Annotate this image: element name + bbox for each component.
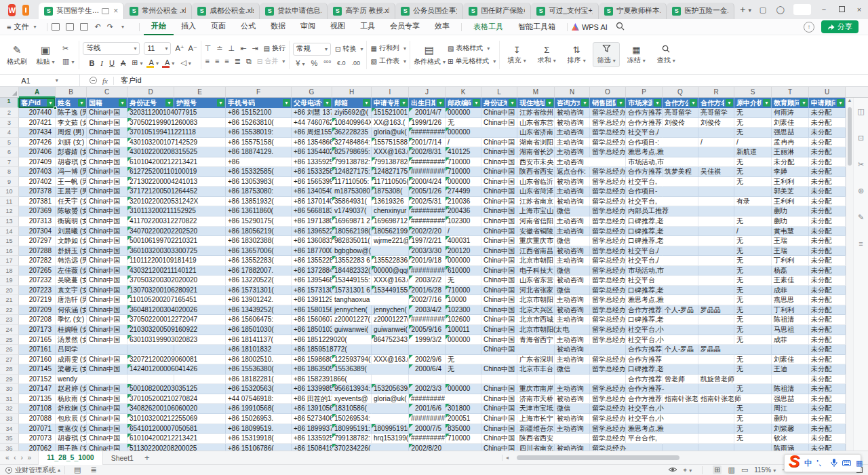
cell-Q11[interactable]	[663, 197, 698, 207]
cell-D17[interactable]: 110112200109181419	[127, 256, 174, 266]
wrap-text-button[interactable]: ▤ 换行	[264, 43, 285, 53]
tab-3[interactable]: 公式	[233, 18, 263, 35]
cell-A3[interactable]: 207421	[19, 118, 56, 128]
cell-K29[interactable]	[446, 375, 481, 385]
cell-F32[interactable]: +86 19910568(	[226, 404, 292, 414]
cell-G22[interactable]: +86 1580156591(	[292, 305, 332, 316]
cell-Q8[interactable]: 筑梦美程	[663, 167, 698, 177]
cell-C30[interactable]: China中国	[87, 384, 127, 394]
cell-M35[interactable]: 陕西省西安	[517, 434, 555, 444]
cell-R16[interactable]	[698, 246, 734, 256]
cell-D9[interactable]: 271302200004241013	[127, 177, 174, 187]
filter-dropdown-icon[interactable]: ▼	[363, 99, 370, 107]
cell-Q3[interactable]: 刘俊伶	[663, 118, 698, 128]
header-cell-R1[interactable]: 合作方名称▼	[698, 98, 734, 108]
cell-F14[interactable]: +86 18056219(	[226, 227, 292, 237]
align-bottom-icon[interactable]: ⊥	[229, 44, 235, 53]
cell-M3[interactable]: 山东省东营	[517, 118, 555, 128]
filter-dropdown-icon[interactable]: ▼	[323, 99, 331, 107]
cell-T29[interactable]	[772, 375, 809, 385]
cell-B24[interactable]: 桂婉唯 (女	[56, 325, 87, 335]
filter-dropdown-icon[interactable]: ▼	[546, 99, 553, 107]
cell-P35[interactable]: 平台合作,	[626, 434, 663, 444]
cell-D24[interactable]: 210303200509160922	[127, 325, 174, 335]
side-panel-icon-2[interactable]: ⊡	[858, 134, 864, 142]
cell-A36[interactable]: 207062	[19, 444, 56, 451]
indent-decrease-icon[interactable]: ⇤	[240, 44, 246, 53]
cell-G14[interactable]: +86 1396522100(	[292, 227, 332, 237]
cell-T8[interactable]: 李婵	[772, 167, 809, 177]
header-cell-J1[interactable]: 出生日期▼	[409, 98, 446, 108]
header-cell-T1[interactable]: 教育顾问▼	[772, 98, 809, 108]
fill-color-icon[interactable]: A▾	[149, 58, 159, 68]
cell-Q24[interactable]	[663, 325, 698, 335]
zoom-level[interactable]: 115%▾	[754, 466, 776, 474]
cell-H23[interactable]: z20001227(	[332, 315, 372, 325]
cell-I7[interactable]: 799138782(	[372, 157, 409, 168]
cell-I27[interactable]: XXX@163.(	[372, 355, 409, 365]
font-color-icon[interactable]: A▾	[165, 58, 174, 68]
cell-A13[interactable]: 207313	[19, 216, 56, 227]
document-tab[interactable]: S常州公积金 .xlsx	[124, 3, 192, 19]
cell-F13[interactable]: +86 15290175(	[226, 216, 292, 227]
cell-H15[interactable]: 982835011(	[332, 236, 372, 246]
cell-P31[interactable]: 合作方推荐	[626, 394, 663, 404]
cell-J36[interactable]: 2002/8/20	[409, 444, 446, 451]
row-number-15[interactable]: 15	[0, 236, 19, 246]
cell-G18[interactable]: +86 1372884680(	[292, 266, 332, 276]
cell-T34[interactable]: 刘紫馨	[772, 424, 809, 434]
header-cell-H1[interactable]: 邮箱▼	[332, 98, 372, 108]
cell-U10[interactable]: 未分配	[809, 187, 846, 197]
cell-C4[interactable]: China中国	[87, 128, 127, 138]
row-number-5[interactable]: 5	[0, 138, 19, 148]
cell-A34[interactable]: 207071	[19, 424, 56, 434]
cell-H24[interactable]: guiwanwei(	[332, 325, 372, 335]
cell-M11[interactable]: 江苏省南京	[517, 197, 555, 207]
cell-H21[interactable]: tanghaoxua	[332, 295, 372, 305]
cell-K9[interactable]: 000000	[446, 177, 481, 187]
cell-K26[interactable]	[446, 345, 481, 355]
cell-C25[interactable]: China中国	[87, 335, 127, 345]
cell-Q7[interactable]	[663, 157, 698, 168]
cell-B20[interactable]: 袁文宇 (女	[56, 286, 87, 296]
cell-L31[interactable]: China中国	[481, 394, 517, 404]
cell-I32[interactable]	[372, 404, 409, 414]
smart-assist-icon[interactable]	[90, 77, 97, 84]
row-number-16[interactable]: 16	[0, 246, 19, 256]
cell-M16[interactable]: 江西省南昌	[517, 246, 555, 256]
vertical-scrollbar[interactable]: ▲	[846, 98, 853, 451]
cell-L3[interactable]: China中国	[481, 118, 517, 128]
cell-O29[interactable]	[590, 375, 626, 385]
cell-D14[interactable]: 340702200202202520	[127, 227, 174, 237]
borders-icon[interactable]: ⊞▾	[132, 58, 142, 67]
cell-U13[interactable]: 未分配	[809, 216, 846, 227]
header-cell-G1[interactable]: 父母电话号码▼	[292, 98, 332, 108]
cell-B8[interactable]: 冯一博 (男	[56, 167, 87, 177]
sum-button[interactable]: Σ求和▾	[533, 43, 560, 67]
cell-M23[interactable]: 北京市西城	[517, 315, 555, 325]
cell-G33[interactable]: +86 52734062	[292, 414, 332, 424]
cell-F5[interactable]: +86 15575158(	[226, 138, 292, 148]
column-header-U[interactable]: U	[809, 87, 846, 98]
cell-H12[interactable]: v1749037(	[332, 206, 372, 216]
row-number-30[interactable]: 30	[0, 384, 19, 394]
selection-fill-handle[interactable]	[54, 107, 57, 110]
cell-U25[interactable]: 未分配	[809, 335, 846, 345]
row-number-24[interactable]: 24	[0, 325, 19, 335]
cell-K12[interactable]: 200436	[446, 206, 481, 216]
cell-T33[interactable]: 蒯玏	[772, 414, 809, 424]
cell-U30[interactable]: 未分配	[809, 384, 846, 394]
cell-N26[interactable]: 被动咨询	[555, 345, 590, 355]
cell-N22[interactable]: 被动咨询	[555, 305, 590, 316]
cell-D3[interactable]: 370502199901260083	[127, 118, 174, 128]
cell-A4[interactable]: 207434	[19, 128, 56, 138]
cell-N4[interactable]: 主动咨询	[555, 128, 590, 138]
row-number-17[interactable]: 17	[0, 256, 19, 266]
row-number-3[interactable]: 3	[0, 118, 19, 128]
cell-D2[interactable]: 320311200104077915	[127, 108, 174, 118]
cell-G24[interactable]: +86 18501030988(	[292, 325, 332, 335]
ime-mode-chinese[interactable]: 中	[804, 458, 812, 468]
filter-dropdown-icon[interactable]: ▼	[617, 99, 625, 107]
cell-A17[interactable]: 207282	[19, 256, 56, 266]
cell-G32[interactable]: +86 1391056(	[292, 404, 332, 414]
